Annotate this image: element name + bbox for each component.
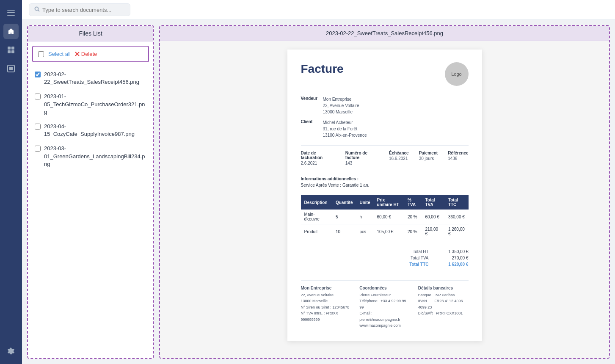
svg-rect-2 [7,15,15,16]
col-total-tva: Total TVA [422,195,444,210]
bank-text: Banque NP ParibasIBAN FR23 4112 4096 409… [418,292,469,317]
total-tva-row: Total TVA 270,00 € [395,256,469,260]
grid-icon[interactable] [3,42,19,58]
delete-label: Delete [81,51,97,57]
totals-section: Total HT 1 350,00 € Total TVA 270,00 € T… [301,246,469,267]
file-name-3: 2023-04-15_CozyCafe_SupplyInvoice987.png [44,123,146,138]
svg-point-9 [35,7,39,11]
footer-company: Mon Entreprise 22, Avenue Voltaire13000 … [301,286,351,328]
file-item-2[interactable]: 2023-01-05_TechGizmoCo_PurchaseOrder321.… [33,90,148,119]
search-input[interactable] [42,7,125,13]
invoice-footer: Mon Entreprise 22, Avenue Voltaire13000 … [301,280,469,328]
footer-bank: Détails bancaires Banque NP ParibasIBAN … [418,286,469,328]
coordonnees-text: Pierre FournisseurTéléphone : +33 4 92 9… [359,292,410,328]
preview-content: Facture Logo Vendeur Mon Entreprise 22, … [160,41,609,358]
file-checkbox-4[interactable] [35,146,41,152]
top-bar [22,0,615,20]
col-tva-pct: % TVA [404,195,422,210]
preview-panel: 2023-02-22_SweetTreats_SalesReceipt456.p… [159,25,610,359]
svg-rect-0 [7,10,15,11]
total-ttc-row: Total TTC 1 620,00 € [395,262,469,267]
meta-reference: Référence 1436 [448,151,468,165]
sidebar [0,0,22,364]
meta-paiement: Paiement 30 jours [419,151,438,165]
home-icon[interactable] [3,24,19,39]
file-name-4: 2023-03-01_GreenGardens_LandscapingBill2… [44,145,146,168]
invoice-divider-1 [301,145,469,146]
invoice-meta: Date de facturation 2.6.2021 Numéro de f… [301,151,469,170]
file-item-1[interactable]: 2023-02-22_SweetTreats_SalesReceipt456.p… [33,68,148,88]
delete-button[interactable]: Delete [75,51,97,57]
box-icon[interactable] [3,61,19,76]
svg-rect-4 [11,47,14,50]
col-prix-ht: Prix unitaire HT [373,195,404,210]
footer-coordonnees: Coordonnées Pierre FournisseurTéléphone … [359,286,410,328]
settings-icon[interactable] [3,344,19,359]
meta-date: Date de facturation 2.6.2021 [301,151,335,165]
file-checkbox-1[interactable] [35,72,41,77]
table-row-1: Main-d'œuvre 5 h 60,00 € 20 % 60,00 € 36… [301,210,469,224]
invoice-parties: Vendeur Mon Entreprise 22, Avenue Voltai… [301,96,469,138]
select-all-checkbox[interactable] [38,51,44,57]
logo-placeholder: Logo [445,62,469,86]
main-area: Files List Select all Delete 2023-02-22_… [22,0,615,364]
client-label: Client [301,119,318,138]
svg-rect-5 [8,50,11,53]
file-checkbox-3[interactable] [35,124,41,130]
file-list: 2023-02-22_SweetTreats_SalesReceipt456.p… [28,66,153,172]
col-description: Description [301,195,332,210]
files-actions: Select all Delete [32,46,149,62]
table-row-2: Produit 10 pcs 105,00 € 20 % 210,00 € 1 … [301,224,469,239]
additional-info: Informations additionnelles : Service Ap… [301,176,469,188]
file-checkbox-2[interactable] [35,94,41,99]
invoice-title: Facture [301,62,344,76]
meta-numero: Numéro de facture 143 [345,151,379,165]
vendeur-label: Vendeur [301,96,318,115]
company-address: 22, Avenue Voltaire13000 MarseilleN° Sir… [301,292,351,323]
file-item-3[interactable]: 2023-04-15_CozyCafe_SupplyInvoice987.png [33,120,148,141]
svg-rect-3 [8,47,11,50]
file-item-4[interactable]: 2023-03-01_GreenGardens_LandscapingBill2… [33,142,148,171]
svg-line-10 [38,10,40,12]
file-name-1: 2023-02-22_SweetTreats_SalesReceipt456.p… [44,71,146,86]
client-info: Michel Acheteur 31, rue de la Forêt 1310… [323,119,367,138]
menu-icon[interactable] [3,5,19,20]
col-quantite: Quantité [332,195,356,210]
col-unite: Unité [356,195,373,210]
file-name-2: 2023-01-05_TechGizmoCo_PurchaseOrder321.… [44,93,146,116]
select-all-label[interactable]: Select all [48,51,71,57]
svg-rect-1 [7,12,15,13]
invoice-table: Description Quantité Unité Prix unitaire… [301,195,469,239]
files-panel: Files List Select all Delete 2023-02-22_… [27,25,154,359]
files-panel-header: Files List [28,26,153,41]
invoice-header: Facture Logo [301,62,469,86]
invoice-document: Facture Logo Vendeur Mon Entreprise 22, … [287,50,482,341]
delete-icon [75,52,80,56]
svg-rect-8 [9,67,13,70]
search-icon [34,6,40,13]
search-box[interactable] [29,3,130,16]
preview-header: 2023-02-22_SweetTreats_SalesReceipt456.p… [160,26,609,41]
svg-rect-6 [11,50,14,53]
vendeur-info: Mon Entreprise 22, Avenue Voltaire 13000… [323,96,359,115]
content-area: Files List Select all Delete 2023-02-22_… [22,20,615,364]
meta-echeance: Échéance 16.6.2021 [389,151,409,165]
col-total-ttc: Total TTC [445,195,469,210]
total-ht-row: Total HT 1 350,00 € [395,249,469,254]
